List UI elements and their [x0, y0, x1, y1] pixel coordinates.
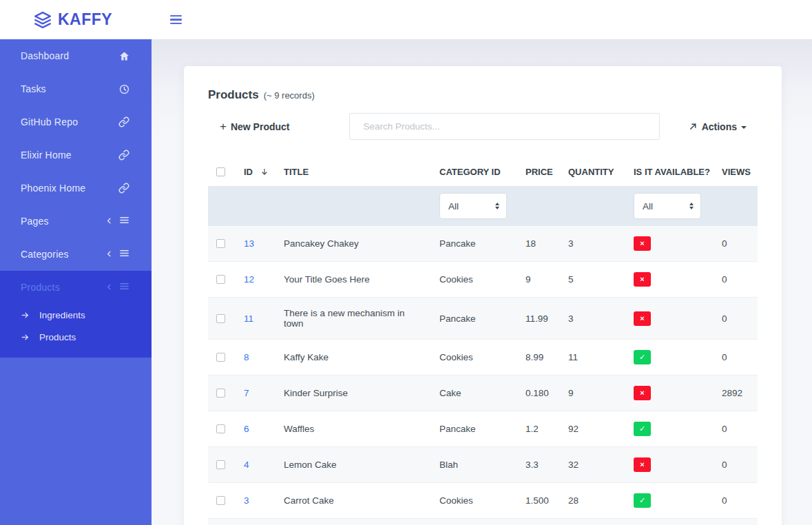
home-icon [119, 51, 129, 61]
column-header-id[interactable]: ID [236, 158, 275, 186]
row-checkbox[interactable] [216, 275, 225, 284]
row-title: Your Title Goes Here [275, 262, 431, 298]
row-id-link[interactable]: 3 [244, 495, 249, 506]
sidebar-item-pages[interactable]: Pages [0, 205, 152, 238]
column-header-title[interactable]: TITLE [275, 158, 431, 186]
sidebar-item-label: Elixir Home [21, 150, 72, 161]
sidebar-item-phoenix-home[interactable]: Phoenix Home [0, 172, 152, 205]
row-title: Waffles [275, 411, 431, 447]
availability-badge: × [634, 386, 651, 400]
plus-icon: + [220, 121, 227, 132]
row-checkbox[interactable] [216, 389, 225, 398]
row-checkbox[interactable] [216, 314, 225, 323]
row-title: There is a new mechanism in town [275, 298, 431, 340]
row-checkbox[interactable] [216, 496, 225, 505]
sidebar-item-github-repo[interactable]: GitHub Repo [0, 105, 152, 138]
row-category: Pancake [431, 226, 517, 262]
toolbar: + New Product Actions [208, 113, 758, 140]
row-id-link[interactable]: 8 [244, 352, 249, 362]
sidebar-item-elixir-home[interactable]: Elixir Home [0, 138, 152, 172]
sidebar-subitem-ingredients[interactable]: Ingredients [0, 304, 152, 326]
table-row: 1 Lovely Rosecake Cookies 2.5 38 × 0 [208, 519, 758, 525]
table-row: 6 Waffles Pancake 1.2 92 ✓ 0 [208, 411, 758, 447]
row-checkbox[interactable] [216, 460, 225, 469]
row-views: 2892 [714, 375, 758, 411]
records-count: (~ 9 records) [264, 90, 315, 101]
chevron-left-icon [105, 281, 113, 294]
table-body: 13 Pancakey Chakey Pancake 18 3 × 0 12 Y… [208, 226, 758, 525]
search-input[interactable] [349, 113, 660, 140]
category-filter-select[interactable]: All [439, 193, 507, 219]
arrow-up-right-icon [689, 122, 698, 131]
row-price: 18 [517, 226, 560, 262]
availability-badge: ✓ [634, 422, 651, 436]
availability-badge: × [634, 272, 651, 287]
table-row: 12 Your Title Goes Here Cookies 9 5 × 0 [208, 262, 758, 298]
row-id-link[interactable]: 11 [244, 313, 253, 324]
new-product-button[interactable]: + New Product [208, 121, 290, 132]
row-id-link[interactable]: 13 [244, 238, 254, 249]
products-table: ID TITLE CATEGORY ID PRICE QUANTITY IS I… [208, 158, 758, 525]
row-category: Cookies [431, 340, 517, 375]
layers-icon [34, 11, 52, 29]
select-arrows-icon [495, 203, 499, 209]
link-icon [118, 183, 129, 194]
row-checkbox[interactable] [216, 239, 225, 248]
row-quantity: 3 [560, 298, 625, 340]
sidebar-subitem-label: Ingredients [39, 310, 85, 320]
row-checkbox[interactable] [216, 424, 225, 433]
row-checkbox[interactable] [216, 353, 225, 362]
column-header-category-id[interactable]: CATEGORY ID [431, 158, 517, 186]
row-id-link[interactable]: 7 [244, 388, 249, 398]
sidebar-item-tasks[interactable]: Tasks [0, 72, 152, 105]
row-price: 2.5 [517, 519, 560, 525]
row-title: Carrot Cake [275, 483, 431, 519]
table-row: 3 Carrot Cake Cookies 1.500 28 ✓ 0 [208, 483, 758, 519]
row-category: Pancake [431, 411, 517, 447]
row-price: 9 [517, 262, 560, 298]
row-title: Kaffy Kake [275, 340, 431, 375]
row-views: 0 [714, 483, 758, 519]
availability-badge: × [634, 236, 651, 251]
row-quantity: 5 [560, 262, 625, 298]
row-price: 0.180 [517, 375, 560, 411]
caret-down-icon [741, 126, 747, 129]
row-id-link[interactable]: 4 [244, 460, 249, 470]
hamburger-menu-icon[interactable] [170, 15, 182, 25]
sidebar-item-categories[interactable]: Categories [0, 238, 152, 271]
topbar: KAFFY [0, 0, 812, 39]
column-header-is-it-available[interactable]: IS IT AVAILABLE? [625, 158, 714, 186]
row-views: 0 [714, 519, 758, 525]
sort-descending-icon[interactable] [260, 167, 269, 176]
availability-badge: × [634, 457, 651, 472]
link-icon [118, 116, 129, 127]
sidebar-item-products[interactable]: Products [0, 271, 152, 304]
row-price: 11.99 [517, 298, 560, 340]
sidebar-item-label: Pages [21, 216, 49, 227]
list-icon [119, 281, 129, 294]
column-header-views[interactable]: VIEWS [714, 158, 758, 186]
table-header-row: ID TITLE CATEGORY ID PRICE QUANTITY IS I… [208, 158, 758, 186]
row-category: Cookies [431, 519, 517, 525]
sidebar-item-dashboard[interactable]: Dashboard [0, 39, 152, 72]
row-quantity: 11 [560, 340, 625, 375]
availability-filter-select[interactable]: All [634, 193, 701, 219]
column-header-quantity[interactable]: QUANTITY [560, 158, 625, 186]
select-arrows-icon [689, 203, 694, 209]
row-id-link[interactable]: 6 [244, 424, 249, 434]
sidebar-subitem-products[interactable]: Products [0, 326, 152, 348]
column-header-price[interactable]: PRICE [517, 158, 560, 186]
list-icon [119, 215, 129, 228]
row-views: 0 [714, 262, 758, 298]
actions-dropdown-button[interactable]: Actions [689, 121, 747, 132]
row-category: Cake [431, 375, 517, 411]
sidebar-item-label: Tasks [21, 83, 46, 94]
arrow-right-icon [21, 311, 30, 320]
row-category: Cookies [431, 262, 517, 298]
link-icon [118, 150, 129, 161]
row-price: 3.3 [517, 447, 560, 483]
brand[interactable]: KAFFY [0, 10, 152, 29]
select-all-checkbox[interactable] [216, 167, 225, 176]
row-id-link[interactable]: 12 [244, 274, 254, 285]
table-row: 13 Pancakey Chakey Pancake 18 3 × 0 [208, 226, 758, 262]
